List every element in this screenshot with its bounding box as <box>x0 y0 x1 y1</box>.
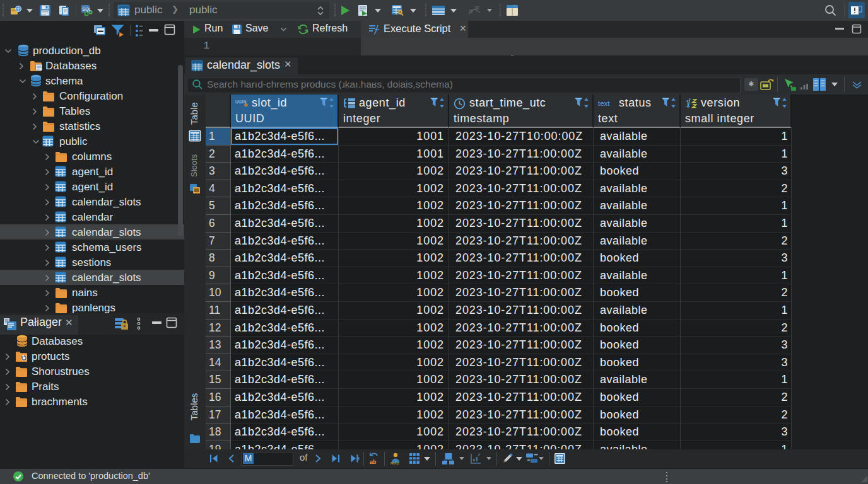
svg-text:uuıɴ: uuıɴ <box>235 98 247 105</box>
svg-text:ab: ab <box>370 459 377 465</box>
svg-text:text: text <box>598 100 610 107</box>
svg-text:ʍʎʋ: ʍʎʋ <box>390 460 399 465</box>
